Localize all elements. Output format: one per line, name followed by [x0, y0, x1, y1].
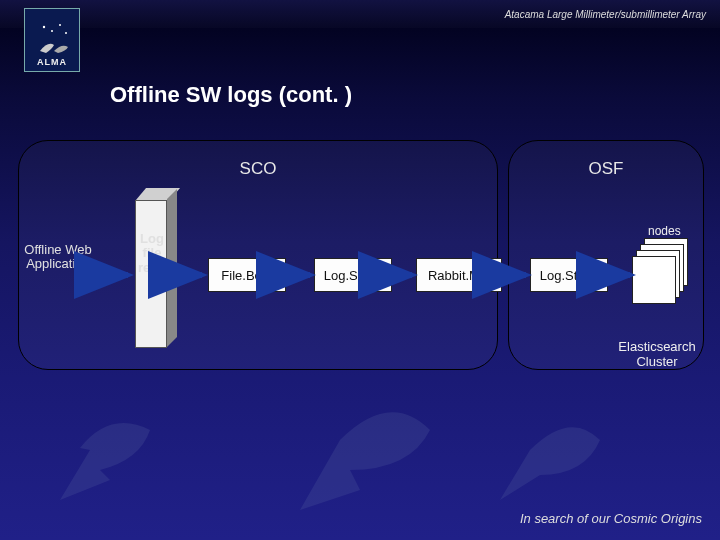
antenna-icon	[240, 350, 440, 520]
footer-tagline: In search of our Cosmic Origins	[520, 511, 702, 526]
svg-point-3	[65, 32, 67, 34]
antenna-icon	[20, 370, 180, 510]
header-bar: Atacama Large Millimeter/submillimeter A…	[0, 0, 720, 28]
svg-point-2	[51, 30, 53, 32]
svg-point-0	[43, 26, 45, 28]
flow-arrows	[0, 140, 720, 380]
alma-logo-label: ALMA	[37, 57, 67, 67]
header-org: Atacama Large Millimeter/submillimeter A…	[505, 9, 706, 20]
slide-title: Offline SW logs (cont. )	[110, 82, 352, 108]
alma-logo: ALMA	[24, 8, 80, 72]
svg-point-1	[59, 24, 61, 26]
alma-logo-icon	[32, 19, 72, 55]
antenna-icon	[460, 380, 610, 510]
